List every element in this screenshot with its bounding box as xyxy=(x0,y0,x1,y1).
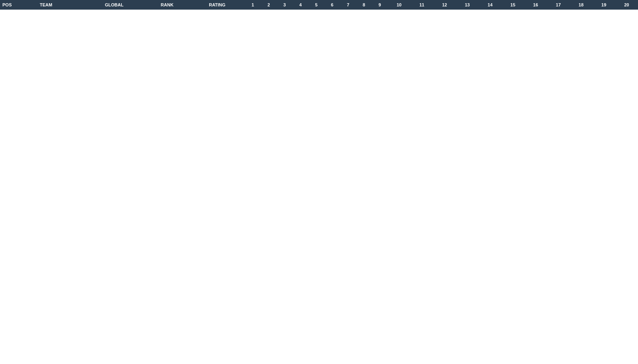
col-8: 8 xyxy=(356,0,372,10)
standings-table: POS TEAM GLOBAL RANK RATING 1 2 3 4 5 6 … xyxy=(0,0,638,10)
col-16: 16 xyxy=(524,0,547,10)
col-17: 17 xyxy=(547,0,570,10)
col-15: 15 xyxy=(501,0,524,10)
col-10: 10 xyxy=(388,0,410,10)
col-5: 5 xyxy=(308,0,324,10)
col-7: 7 xyxy=(340,0,356,10)
col-rank: RANK xyxy=(145,0,190,10)
col-2: 2 xyxy=(261,0,277,10)
col-19: 19 xyxy=(592,0,615,10)
col-20: 20 xyxy=(615,0,638,10)
header-row: POS TEAM GLOBAL RANK RATING 1 2 3 4 5 6 … xyxy=(0,0,638,10)
col-18: 18 xyxy=(570,0,593,10)
col-pos: POS xyxy=(0,0,37,10)
col-4: 4 xyxy=(293,0,309,10)
col-team: TEAM xyxy=(37,0,83,10)
col-6: 6 xyxy=(324,0,340,10)
col-3: 3 xyxy=(277,0,293,10)
col-13: 13 xyxy=(456,0,479,10)
col-11: 11 xyxy=(410,0,433,10)
col-global: GLOBAL xyxy=(84,0,145,10)
col-1: 1 xyxy=(245,0,261,10)
col-12: 12 xyxy=(433,0,456,10)
col-9: 9 xyxy=(372,0,388,10)
col-rating: RATING xyxy=(190,0,245,10)
col-14: 14 xyxy=(479,0,502,10)
